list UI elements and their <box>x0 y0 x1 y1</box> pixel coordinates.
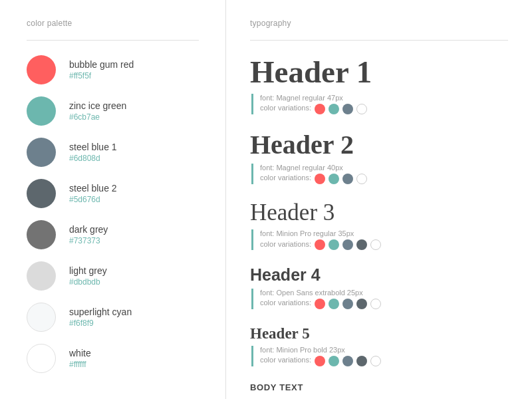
color-palette-panel: color palette bubble gum red #ff5f5f zin… <box>0 0 226 399</box>
dot-h1-red <box>315 104 325 114</box>
type-font-h4: font: Open Sans extrabold 25px <box>260 289 508 297</box>
type-font-h2: font: Magnel regular 40px <box>260 164 508 172</box>
type-meta-h4: font: Open Sans extrabold 25px color var… <box>251 289 508 309</box>
type-block-h5: Header 5 font: Minion Pro bold 23px colo… <box>250 325 508 366</box>
body-text-section: BODY TEXT Mauris iaculis porttitor posue… <box>250 382 508 399</box>
type-meta-h1: font: Magnel regular 47px color variatio… <box>251 94 508 114</box>
header3-display: Header 3 <box>250 200 508 226</box>
dot-h1-darkblue <box>342 104 353 114</box>
dot-h5-white <box>370 356 381 366</box>
swatch-steelblue1 <box>27 138 56 167</box>
header4-display: Header 4 <box>250 266 508 285</box>
left-divider <box>27 40 199 41</box>
color-name-lightgrey: light grey <box>69 265 107 276</box>
dot-h1-teal <box>329 104 339 114</box>
dot-h3-darkgrey <box>356 239 367 250</box>
dot-h1-white <box>356 104 367 114</box>
dot-h3-white <box>370 239 381 250</box>
color-label-h1: color variations: <box>260 104 311 112</box>
body-text-content: Mauris iaculis porttitor posuere. Congue… <box>250 396 508 399</box>
dot-h3-red <box>315 239 325 250</box>
swatch-bubblegumred <box>27 55 56 84</box>
swatch-steelblue2 <box>27 179 56 208</box>
type-block-h2: Header 2 font: Magnel regular 40px color… <box>250 130 508 184</box>
color-name-bubblegumred: bubble gum red <box>69 59 134 70</box>
color-dots-h5: color variations: <box>260 356 508 366</box>
dot-h2-teal <box>329 174 339 184</box>
swatch-lightgrey <box>27 261 56 291</box>
color-label-h5: color variations: <box>260 356 311 364</box>
color-item-superlightcyan: superlight cyan #f6f8f9 <box>27 303 199 332</box>
dot-h4-darkblue <box>342 299 353 309</box>
color-name-steelblue2: steel blue 2 <box>69 183 117 194</box>
type-meta-h3: font: Minion Pro regular 35px color vari… <box>251 229 508 250</box>
color-name-steelblue1: steel blue 1 <box>69 142 117 152</box>
color-name-darkgrey: dark grey <box>69 224 108 235</box>
type-block-h1: Header 1 font: Magnel regular 47px color… <box>250 55 508 114</box>
color-item-darkgrey: dark grey #737373 <box>27 220 199 249</box>
right-divider <box>250 40 508 41</box>
swatch-darkgrey <box>27 220 56 249</box>
color-label-h4: color variations: <box>260 299 311 307</box>
dot-h2-red <box>315 174 325 184</box>
dot-h2-white <box>356 174 367 184</box>
type-font-h5: font: Minion Pro bold 23px <box>260 346 508 354</box>
dot-h2-darkblue <box>342 174 353 184</box>
color-item-steelblue2: steel blue 2 #5d676d <box>27 179 199 208</box>
dot-h4-darkgrey <box>356 299 367 309</box>
color-hex-steelblue2: #5d676d <box>69 195 117 204</box>
type-font-h3: font: Minion Pro regular 35px <box>260 229 508 237</box>
color-item-steelblue1: steel blue 1 #6d808d <box>27 138 199 167</box>
color-hex-darkgrey: #737373 <box>69 236 108 245</box>
color-item-zincicegreen: zinc ice green #6cb7ae <box>27 96 199 126</box>
color-label-h2: color variations: <box>260 174 311 182</box>
color-hex-superlightcyan: #f6f8f9 <box>69 319 132 328</box>
dot-h4-teal <box>329 299 339 309</box>
left-section-title: color palette <box>27 19 199 28</box>
body-text-label: BODY TEXT <box>250 382 508 392</box>
color-hex-bubblegumred: #ff5f5f <box>69 71 134 80</box>
type-block-h4: Header 4 font: Open Sans extrabold 25px … <box>250 266 508 309</box>
header1-display: Header 1 <box>250 55 508 90</box>
dot-h5-red <box>315 356 325 366</box>
color-dots-h4: color variations: <box>260 299 508 309</box>
color-dots-h2: color variations: <box>260 174 508 184</box>
type-block-h3: Header 3 font: Minion Pro regular 35px c… <box>250 200 508 251</box>
color-name-zincicegreen: zinc ice green <box>69 100 126 111</box>
swatch-white <box>27 344 56 373</box>
color-label-h3: color variations: <box>260 240 311 248</box>
color-dots-h3: color variations: <box>260 239 508 250</box>
color-hex-zincicegreen: #6cb7ae <box>69 112 126 122</box>
dot-h3-teal <box>329 239 339 250</box>
dot-h5-teal <box>329 356 339 366</box>
dot-h3-darkblue <box>342 239 353 250</box>
header5-display: Header 5 <box>250 325 508 342</box>
right-section-title: typography <box>250 19 508 28</box>
color-item-lightgrey: light grey #dbdbdb <box>27 261 199 291</box>
color-item-bubblegumred: bubble gum red #ff5f5f <box>27 55 199 84</box>
color-name-superlightcyan: superlight cyan <box>69 307 132 317</box>
dot-h4-white <box>370 299 381 309</box>
dot-h5-darkblue <box>342 356 353 366</box>
color-hex-steelblue1: #6d808d <box>69 154 117 163</box>
dot-h4-red <box>315 299 325 309</box>
color-hex-white: #ffffff <box>69 360 91 369</box>
color-item-white: white #ffffff <box>27 344 199 373</box>
type-font-h1: font: Magnel regular 47px <box>260 94 508 102</box>
type-meta-h2: font: Magnel regular 40px color variatio… <box>251 164 508 184</box>
color-dots-h1: color variations: <box>260 104 508 114</box>
header2-display: Header 2 <box>250 130 508 160</box>
color-hex-lightgrey: #dbdbdb <box>69 277 107 287</box>
color-name-white: white <box>69 348 91 358</box>
swatch-superlightcyan <box>27 303 56 332</box>
typography-panel: typography Header 1 font: Magnel regular… <box>226 0 532 399</box>
swatch-zincicegreen <box>27 96 56 126</box>
type-meta-h5: font: Minion Pro bold 23px color variati… <box>251 346 508 366</box>
dot-h5-darkgrey <box>356 356 367 366</box>
